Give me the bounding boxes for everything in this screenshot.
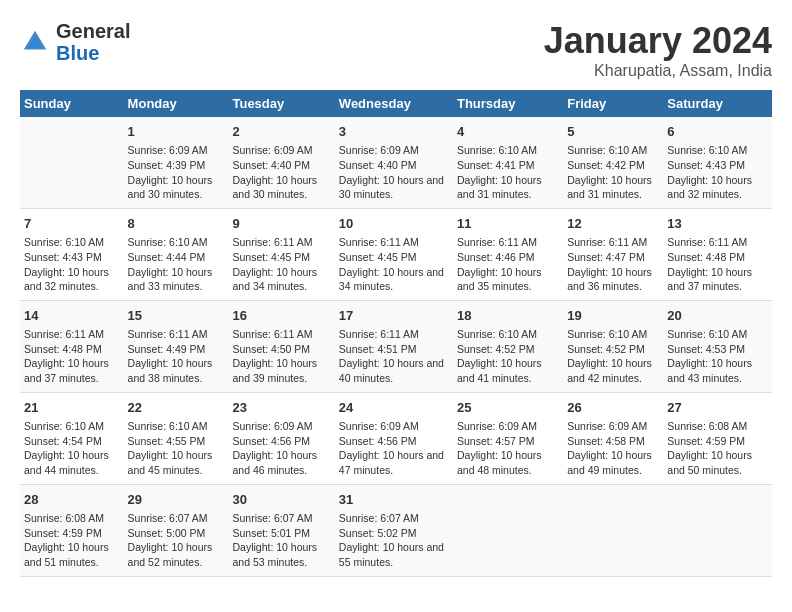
day-number: 31 <box>339 491 449 509</box>
calendar-cell: 21Sunrise: 6:10 AMSunset: 4:54 PMDayligh… <box>20 392 124 484</box>
logo: General Blue <box>20 20 130 64</box>
calendar-cell: 22Sunrise: 6:10 AMSunset: 4:55 PMDayligh… <box>124 392 229 484</box>
day-info: Sunrise: 6:10 AMSunset: 4:43 PMDaylight:… <box>24 235 120 294</box>
day-number: 14 <box>24 307 120 325</box>
logo-icon <box>20 27 50 57</box>
day-number: 3 <box>339 123 449 141</box>
calendar-cell: 31Sunrise: 6:07 AMSunset: 5:02 PMDayligh… <box>335 484 453 576</box>
day-number: 19 <box>567 307 659 325</box>
day-number: 10 <box>339 215 449 233</box>
calendar-cell: 16Sunrise: 6:11 AMSunset: 4:50 PMDayligh… <box>228 300 334 392</box>
header-cell-thursday: Thursday <box>453 90 563 117</box>
day-number: 16 <box>232 307 330 325</box>
title-block: January 2024 Kharupatia, Assam, India <box>544 20 772 80</box>
calendar-cell: 6Sunrise: 6:10 AMSunset: 4:43 PMDaylight… <box>663 117 772 208</box>
day-info: Sunrise: 6:10 AMSunset: 4:54 PMDaylight:… <box>24 419 120 478</box>
day-info: Sunrise: 6:07 AMSunset: 5:00 PMDaylight:… <box>128 511 225 570</box>
day-info: Sunrise: 6:11 AMSunset: 4:45 PMDaylight:… <box>232 235 330 294</box>
day-info: Sunrise: 6:09 AMSunset: 4:40 PMDaylight:… <box>232 143 330 202</box>
day-number: 26 <box>567 399 659 417</box>
logo-general: General <box>56 20 130 42</box>
page-header: General Blue January 2024 Kharupatia, As… <box>20 20 772 80</box>
calendar-cell: 5Sunrise: 6:10 AMSunset: 4:42 PMDaylight… <box>563 117 663 208</box>
day-info: Sunrise: 6:10 AMSunset: 4:43 PMDaylight:… <box>667 143 768 202</box>
calendar-cell: 3Sunrise: 6:09 AMSunset: 4:40 PMDaylight… <box>335 117 453 208</box>
day-info: Sunrise: 6:11 AMSunset: 4:49 PMDaylight:… <box>128 327 225 386</box>
day-number: 23 <box>232 399 330 417</box>
calendar-cell: 25Sunrise: 6:09 AMSunset: 4:57 PMDayligh… <box>453 392 563 484</box>
calendar-cell: 15Sunrise: 6:11 AMSunset: 4:49 PMDayligh… <box>124 300 229 392</box>
week-row-5: 28Sunrise: 6:08 AMSunset: 4:59 PMDayligh… <box>20 484 772 576</box>
calendar-cell: 26Sunrise: 6:09 AMSunset: 4:58 PMDayligh… <box>563 392 663 484</box>
day-number: 22 <box>128 399 225 417</box>
day-number: 5 <box>567 123 659 141</box>
day-number: 8 <box>128 215 225 233</box>
calendar-cell: 11Sunrise: 6:11 AMSunset: 4:46 PMDayligh… <box>453 208 563 300</box>
day-info: Sunrise: 6:09 AMSunset: 4:56 PMDaylight:… <box>339 419 449 478</box>
day-number: 2 <box>232 123 330 141</box>
day-info: Sunrise: 6:11 AMSunset: 4:48 PMDaylight:… <box>24 327 120 386</box>
day-info: Sunrise: 6:10 AMSunset: 4:41 PMDaylight:… <box>457 143 559 202</box>
calendar-cell: 12Sunrise: 6:11 AMSunset: 4:47 PMDayligh… <box>563 208 663 300</box>
calendar-cell: 24Sunrise: 6:09 AMSunset: 4:56 PMDayligh… <box>335 392 453 484</box>
day-number: 30 <box>232 491 330 509</box>
header-cell-friday: Friday <box>563 90 663 117</box>
week-row-3: 14Sunrise: 6:11 AMSunset: 4:48 PMDayligh… <box>20 300 772 392</box>
day-info: Sunrise: 6:10 AMSunset: 4:42 PMDaylight:… <box>567 143 659 202</box>
calendar-cell <box>663 484 772 576</box>
day-number: 18 <box>457 307 559 325</box>
calendar-cell: 30Sunrise: 6:07 AMSunset: 5:01 PMDayligh… <box>228 484 334 576</box>
calendar-cell: 1Sunrise: 6:09 AMSunset: 4:39 PMDaylight… <box>124 117 229 208</box>
calendar-cell: 13Sunrise: 6:11 AMSunset: 4:48 PMDayligh… <box>663 208 772 300</box>
day-number: 17 <box>339 307 449 325</box>
day-number: 9 <box>232 215 330 233</box>
day-info: Sunrise: 6:09 AMSunset: 4:57 PMDaylight:… <box>457 419 559 478</box>
calendar-cell: 29Sunrise: 6:07 AMSunset: 5:00 PMDayligh… <box>124 484 229 576</box>
day-info: Sunrise: 6:11 AMSunset: 4:47 PMDaylight:… <box>567 235 659 294</box>
day-info: Sunrise: 6:10 AMSunset: 4:52 PMDaylight:… <box>457 327 559 386</box>
header-cell-sunday: Sunday <box>20 90 124 117</box>
week-row-1: 1Sunrise: 6:09 AMSunset: 4:39 PMDaylight… <box>20 117 772 208</box>
calendar-cell: 18Sunrise: 6:10 AMSunset: 4:52 PMDayligh… <box>453 300 563 392</box>
day-number: 4 <box>457 123 559 141</box>
calendar-cell: 4Sunrise: 6:10 AMSunset: 4:41 PMDaylight… <box>453 117 563 208</box>
day-number: 6 <box>667 123 768 141</box>
calendar-cell: 8Sunrise: 6:10 AMSunset: 4:44 PMDaylight… <box>124 208 229 300</box>
logo-text: General Blue <box>56 20 130 64</box>
day-info: Sunrise: 6:11 AMSunset: 4:46 PMDaylight:… <box>457 235 559 294</box>
header-cell-saturday: Saturday <box>663 90 772 117</box>
calendar-cell: 19Sunrise: 6:10 AMSunset: 4:52 PMDayligh… <box>563 300 663 392</box>
day-info: Sunrise: 6:10 AMSunset: 4:44 PMDaylight:… <box>128 235 225 294</box>
day-number: 1 <box>128 123 225 141</box>
calendar-cell <box>563 484 663 576</box>
day-number: 15 <box>128 307 225 325</box>
day-number: 13 <box>667 215 768 233</box>
day-info: Sunrise: 6:09 AMSunset: 4:56 PMDaylight:… <box>232 419 330 478</box>
calendar-cell: 2Sunrise: 6:09 AMSunset: 4:40 PMDaylight… <box>228 117 334 208</box>
header-cell-tuesday: Tuesday <box>228 90 334 117</box>
week-row-4: 21Sunrise: 6:10 AMSunset: 4:54 PMDayligh… <box>20 392 772 484</box>
day-number: 21 <box>24 399 120 417</box>
day-info: Sunrise: 6:09 AMSunset: 4:58 PMDaylight:… <box>567 419 659 478</box>
day-info: Sunrise: 6:10 AMSunset: 4:52 PMDaylight:… <box>567 327 659 386</box>
calendar-cell: 17Sunrise: 6:11 AMSunset: 4:51 PMDayligh… <box>335 300 453 392</box>
calendar-cell <box>453 484 563 576</box>
calendar-cell: 28Sunrise: 6:08 AMSunset: 4:59 PMDayligh… <box>20 484 124 576</box>
day-info: Sunrise: 6:07 AMSunset: 5:01 PMDaylight:… <box>232 511 330 570</box>
main-title: January 2024 <box>544 20 772 62</box>
week-row-2: 7Sunrise: 6:10 AMSunset: 4:43 PMDaylight… <box>20 208 772 300</box>
day-number: 27 <box>667 399 768 417</box>
day-info: Sunrise: 6:10 AMSunset: 4:53 PMDaylight:… <box>667 327 768 386</box>
day-info: Sunrise: 6:11 AMSunset: 4:50 PMDaylight:… <box>232 327 330 386</box>
day-info: Sunrise: 6:08 AMSunset: 4:59 PMDaylight:… <box>667 419 768 478</box>
day-info: Sunrise: 6:09 AMSunset: 4:40 PMDaylight:… <box>339 143 449 202</box>
subtitle: Kharupatia, Assam, India <box>544 62 772 80</box>
day-number: 20 <box>667 307 768 325</box>
day-number: 7 <box>24 215 120 233</box>
header-cell-wednesday: Wednesday <box>335 90 453 117</box>
calendar-cell: 7Sunrise: 6:10 AMSunset: 4:43 PMDaylight… <box>20 208 124 300</box>
calendar-cell: 14Sunrise: 6:11 AMSunset: 4:48 PMDayligh… <box>20 300 124 392</box>
calendar-cell: 23Sunrise: 6:09 AMSunset: 4:56 PMDayligh… <box>228 392 334 484</box>
day-number: 28 <box>24 491 120 509</box>
logo-blue: Blue <box>56 42 99 64</box>
